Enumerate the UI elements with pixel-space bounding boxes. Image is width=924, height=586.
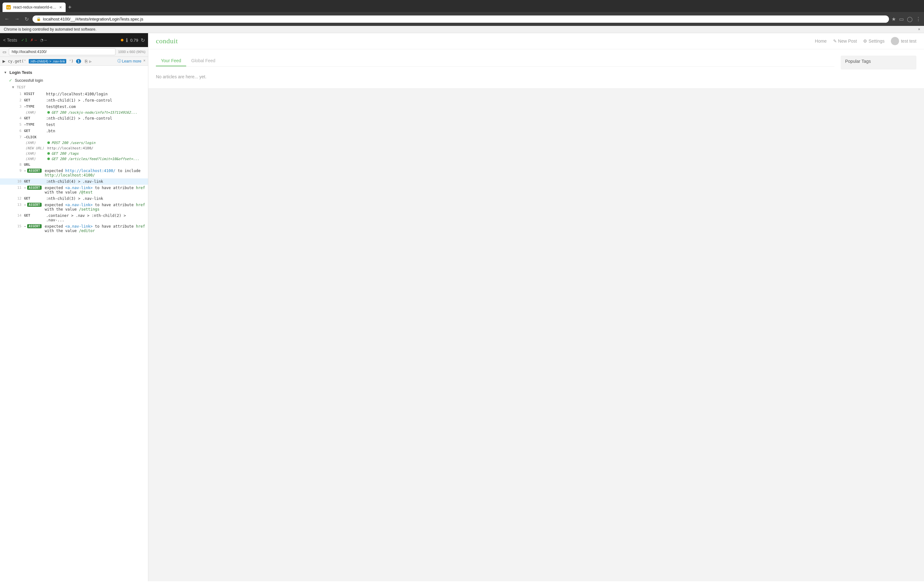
step-type: GET bbox=[24, 116, 46, 120]
step-type: GET bbox=[24, 129, 46, 133]
step-number: 2 bbox=[14, 98, 21, 102]
step-detail: .btn bbox=[46, 129, 55, 133]
step-number: 8 bbox=[14, 162, 21, 167]
automation-text: Chrome is being controlled by automated … bbox=[4, 27, 96, 31]
step-detail: :nth-child(2) > .form-control bbox=[46, 116, 112, 121]
reload-button[interactable]: ↻ bbox=[23, 15, 30, 23]
step-row[interactable]: 15 -ASSERT expected <a.nav-link> to have… bbox=[0, 223, 148, 234]
step-detail: .container > .nav > :nth-child(2) > .nav… bbox=[46, 214, 145, 222]
lock-icon: 🔒 bbox=[36, 17, 41, 21]
forward-button[interactable]: → bbox=[13, 15, 21, 23]
command-close-button[interactable]: × bbox=[143, 58, 145, 64]
learn-more-button[interactable]: ⓘ Learn more bbox=[117, 58, 141, 64]
nav-link-settings[interactable]: ⚙ Settings bbox=[863, 38, 884, 43]
step-type: VISIT bbox=[24, 92, 46, 96]
account-icon[interactable]: ◯ bbox=[907, 16, 912, 22]
command-log-bar: ▭ 1000 x 660 (96%) bbox=[0, 47, 148, 57]
step-detail: test@test.com bbox=[46, 104, 76, 109]
step-detail: :nth-child(3) > .nav-link bbox=[46, 196, 103, 201]
step-type: GET bbox=[24, 179, 46, 184]
step-row[interactable]: 2 GET :nth-child(1) > .form-control bbox=[0, 97, 148, 104]
nav-link-home[interactable]: Home bbox=[815, 38, 827, 43]
nav-link-user[interactable]: test test bbox=[891, 37, 916, 45]
step-row[interactable]: 7 -CLICK bbox=[0, 134, 148, 140]
window-size-display: 1000 x 660 (96%) bbox=[118, 50, 145, 54]
step-detail: expected <a.nav-link> to have attribute … bbox=[45, 185, 145, 194]
xhr-detail: GET 200 /articles/feed?limit=10&offset=.… bbox=[51, 157, 139, 161]
command-log-url-input[interactable] bbox=[9, 48, 116, 55]
nav-bar: ← → ↻ 🔒 localhost:4100/__/#/tests/integr… bbox=[0, 12, 924, 26]
test-group-header[interactable]: ▼ TEST bbox=[12, 85, 144, 89]
tab-title: react-redux-realworld-exampl bbox=[13, 5, 57, 10]
active-tab[interactable]: cy react-redux-realworld-exampl × bbox=[3, 3, 66, 12]
xhr-row: (XHR) GET 200 /tags bbox=[0, 151, 148, 156]
step-type: -ASSERT bbox=[24, 203, 43, 207]
test-group-label: TEST bbox=[17, 85, 26, 89]
step-detail: :nth-child(1) > .form-control bbox=[46, 98, 112, 103]
test-group: ▼ TEST bbox=[0, 84, 148, 91]
nav-icons: ★ ▭ ◯ ⋮ bbox=[891, 16, 921, 22]
step-type: URL bbox=[24, 162, 46, 167]
cypress-refresh-button[interactable]: ↻ bbox=[141, 37, 145, 43]
step-row-active[interactable]: 10 GET :nth-child(4) > .nav-link bbox=[0, 179, 148, 185]
cypress-status-dot bbox=[121, 39, 124, 41]
step-row[interactable]: 6 GET .btn bbox=[0, 128, 148, 134]
back-button[interactable]: ← bbox=[3, 15, 11, 23]
main-layout: < Tests ✓ 1 ✗ -- ◔ -- ℹ 0.79 ↻ ▭ 1000 x … bbox=[0, 33, 924, 581]
new-url-row: (NEW URL) http://localhost:4100/ bbox=[0, 146, 148, 151]
xhr-row: (XHR) GET 200 /sockjs-node/info?t=157114… bbox=[0, 110, 148, 115]
step-row[interactable]: 3 -TYPE test@test.com bbox=[0, 104, 148, 110]
step-row[interactable]: 8 URL bbox=[0, 162, 148, 168]
step-number: 13 bbox=[14, 203, 21, 207]
command-expand-button[interactable]: ▶ bbox=[3, 59, 5, 63]
popular-tags-title: Popular Tags bbox=[845, 59, 912, 64]
xhr-status-dot bbox=[47, 141, 50, 144]
step-row[interactable]: 4 GET :nth-child(2) > .form-control bbox=[0, 115, 148, 122]
app-nav-links: Home ✎ New Post ⚙ Settings test test bbox=[815, 37, 916, 45]
bookmark-icon[interactable]: ★ bbox=[891, 16, 896, 22]
cypress-back-button[interactable]: < Tests bbox=[3, 38, 17, 43]
step-row[interactable]: 12 GET :nth-child(3) > .nav-link bbox=[0, 195, 148, 202]
popular-tags-box: Popular Tags bbox=[841, 56, 916, 70]
step-row[interactable]: 9 -ASSERT expected http://localhost:4100… bbox=[0, 168, 148, 179]
xhr-row: (XHR) GET 200 /articles/feed?limit=10&of… bbox=[0, 156, 148, 162]
cypress-fail-count: ✗ -- bbox=[30, 38, 37, 42]
tab-your-feed[interactable]: Your Feed bbox=[156, 56, 186, 66]
cypress-info-icon[interactable]: ℹ bbox=[126, 37, 128, 43]
step-row[interactable]: 5 -TYPE test bbox=[0, 122, 148, 128]
step-number: 1 bbox=[14, 92, 21, 96]
automation-close-button[interactable]: × bbox=[918, 27, 920, 31]
step-row[interactable]: 14 GET .container > .nav > :nth-child(2)… bbox=[0, 212, 148, 223]
new-tab-button[interactable]: + bbox=[68, 4, 72, 11]
tab-global-feed[interactable]: Global Feed bbox=[186, 56, 220, 66]
step-detail: :nth-child(4) > .nav-link bbox=[46, 179, 103, 184]
step-number: 7 bbox=[14, 135, 21, 139]
nav-user-label: test test bbox=[901, 38, 916, 43]
command-code-suffix: ') bbox=[69, 59, 73, 63]
command-line-display: ▶ cy.get(' :nth-child(4) > .nav-link ') … bbox=[0, 57, 148, 66]
menu-icon[interactable]: ⋮ bbox=[916, 16, 921, 22]
step-type: -ASSERT bbox=[24, 185, 43, 190]
step-number: 6 bbox=[14, 129, 21, 133]
step-number: 15 bbox=[14, 224, 21, 228]
step-number: 9 bbox=[14, 169, 21, 173]
test-suite-header[interactable]: ▼ Login Tests bbox=[0, 68, 148, 77]
suite-label: Login Tests bbox=[10, 70, 32, 75]
app-preview: conduit Home ✎ New Post ⚙ Settings test … bbox=[148, 33, 924, 581]
tab-close-button[interactable]: × bbox=[59, 5, 62, 10]
step-row[interactable]: 13 -ASSERT expected <a.nav-link> to have… bbox=[0, 202, 148, 212]
run-command-button[interactable]: ▹ bbox=[89, 59, 91, 64]
test-case[interactable]: ✓ Successfull login bbox=[0, 77, 148, 84]
address-bar[interactable]: 🔒 localhost:4100/__/#/tests/integration/… bbox=[33, 15, 889, 23]
command-log-nav-icon[interactable]: ▭ bbox=[3, 50, 6, 54]
command-code-prefix: cy.get(' bbox=[8, 59, 26, 63]
app-brand: conduit bbox=[156, 37, 178, 45]
step-row[interactable]: 11 -ASSERT expected <a.nav-link> to have… bbox=[0, 185, 148, 195]
cypress-time: 0.79 bbox=[130, 38, 138, 43]
step-type: -TYPE bbox=[24, 122, 46, 127]
copy-command-button[interactable]: ⎘ bbox=[85, 59, 87, 64]
step-row[interactable]: 1 VISIT http://localhost:4100/login bbox=[0, 91, 148, 97]
nav-link-new-post[interactable]: ✎ New Post bbox=[833, 38, 857, 43]
cast-icon[interactable]: ▭ bbox=[899, 16, 904, 22]
sidebar-section: Popular Tags bbox=[841, 56, 916, 82]
